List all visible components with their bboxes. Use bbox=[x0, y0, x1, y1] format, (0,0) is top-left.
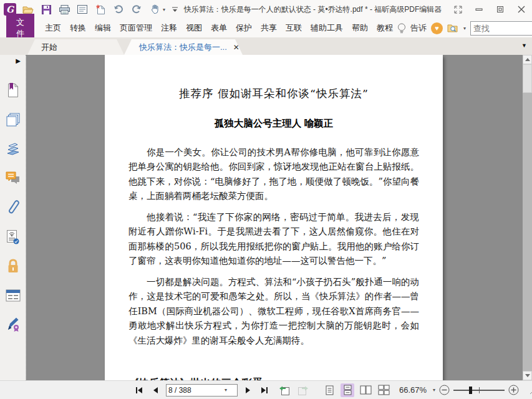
expand-panel-icon[interactable]: ▶ bbox=[16, 57, 21, 69]
print-icon[interactable] bbox=[58, 3, 70, 16]
vertical-scrollbar[interactable] bbox=[523, 55, 532, 380]
menu-connect[interactable]: 互联 bbox=[281, 19, 306, 37]
facing-view-button[interactable] bbox=[359, 383, 372, 397]
zoom-controls: 66.67% ▾ bbox=[399, 385, 532, 395]
navigation-sidebar: ▶ bbox=[0, 55, 26, 380]
page-layout-options bbox=[322, 383, 390, 397]
previous-view-button[interactable] bbox=[279, 385, 290, 396]
scrollbar-thumb[interactable] bbox=[523, 64, 532, 93]
paragraph: 他接着说：“我连了下你家的网络，密码过于简单。我进去后，发现附近有人蹭你Wi-F… bbox=[128, 210, 419, 269]
sidebar-icons bbox=[5, 82, 21, 333]
single-page-view-button[interactable] bbox=[322, 383, 336, 397]
tab-close-icon[interactable]: ✕ bbox=[233, 43, 239, 52]
last-page-button[interactable] bbox=[259, 385, 270, 396]
menu-accessibility[interactable]: 辅助工具 bbox=[306, 19, 347, 37]
menu-help[interactable]: 帮助 bbox=[347, 19, 372, 37]
paragraph: 你是一个美女。你让公司的技术男A帮你修电脑，他可靠到让你愿意把单身公寓的钥匙给他… bbox=[128, 145, 419, 204]
menu-tutorial[interactable]: 教程 bbox=[372, 19, 397, 37]
attachment-icon[interactable] bbox=[5, 200, 21, 216]
titlebar: G ▾ bbox=[0, 0, 532, 19]
tab-overflow-icon[interactable]: ▼ bbox=[521, 42, 527, 49]
tab-start-label: 开始 bbox=[41, 42, 57, 53]
scrollbar-track[interactable] bbox=[523, 93, 532, 371]
page-byline: 孤独大脑公号主理人 喻颖正 bbox=[128, 117, 419, 130]
menubar: 文件 主页 转换 编辑 页面管理 注释 视图 表单 保护 共享 互联 辅助工具 … bbox=[0, 19, 532, 37]
first-page-button[interactable] bbox=[133, 385, 145, 396]
restore-icon[interactable] bbox=[490, 1, 511, 18]
menu-comment[interactable]: 注释 bbox=[157, 19, 181, 37]
zoom-slider-thumb[interactable] bbox=[469, 387, 472, 394]
zoom-in-button[interactable] bbox=[508, 385, 519, 395]
save-icon[interactable] bbox=[40, 3, 52, 16]
menubar-right-tools: 告诉 ♥ ▾ ▾ bbox=[397, 21, 532, 36]
search-folder-icon[interactable] bbox=[447, 23, 459, 33]
tell-me-label[interactable]: 告诉 bbox=[410, 22, 427, 34]
menu-view[interactable]: 视图 bbox=[181, 19, 206, 37]
zoom-dropdown-icon[interactable]: ▾ bbox=[433, 387, 435, 393]
scroll-up-icon[interactable] bbox=[523, 55, 532, 64]
find-input[interactable] bbox=[473, 24, 532, 33]
resize-grip-icon[interactable] bbox=[528, 386, 532, 395]
page-navigation: ▾ bbox=[133, 384, 270, 397]
menu-edit[interactable]: 编辑 bbox=[90, 19, 115, 37]
zoom-level-label[interactable]: 66.67% bbox=[399, 385, 429, 395]
next-page-button[interactable] bbox=[243, 385, 254, 396]
security-lock-icon[interactable] bbox=[5, 258, 21, 274]
tab-document-label: 快乐算法：快乐是每一... bbox=[139, 42, 227, 53]
statusbar: ▾ bbox=[0, 380, 532, 399]
lightbulb-icon bbox=[397, 23, 406, 34]
document-view[interactable]: 推荐序 假如谢耳朵和你谈“快乐算法” 孤独大脑公号主理人 喻颖正 你是一个美女。… bbox=[26, 55, 523, 380]
form-fields-icon[interactable] bbox=[5, 287, 21, 304]
menu-home[interactable]: 主页 bbox=[41, 19, 65, 37]
mail-icon[interactable] bbox=[76, 3, 89, 16]
menu-items: 主页 转换 编辑 页面管理 注释 视图 表单 保护 共享 互联 辅助工具 帮助 … bbox=[41, 19, 397, 37]
tab-document[interactable]: 快乐算法：快乐是每一... ✕ bbox=[124, 39, 243, 55]
close-icon[interactable] bbox=[511, 1, 532, 18]
new-document-icon[interactable] bbox=[94, 3, 107, 16]
scroll-down-icon[interactable] bbox=[523, 371, 532, 380]
previous-page-button[interactable] bbox=[150, 385, 161, 396]
application-window: G ▾ bbox=[0, 0, 532, 399]
menu-share[interactable]: 共享 bbox=[256, 19, 281, 37]
page-body: 你是一个美女。你让公司的技术男A帮你修电脑，他可靠到让你愿意把单身公寓的钥匙给他… bbox=[128, 145, 419, 348]
zoom-slider-tick bbox=[479, 387, 480, 393]
continuous-view-button[interactable] bbox=[341, 383, 354, 397]
find-box bbox=[470, 21, 532, 36]
search-folder-dropdown-icon[interactable]: ▾ bbox=[463, 26, 466, 31]
menu-convert[interactable]: 转换 bbox=[65, 19, 90, 37]
menu-protect[interactable]: 保护 bbox=[231, 19, 256, 37]
hand-tool-dropdown-icon[interactable]: ▾ bbox=[163, 7, 165, 12]
next-view-button[interactable] bbox=[297, 385, 309, 396]
menu-form[interactable]: 表单 bbox=[206, 19, 231, 37]
comments-icon[interactable] bbox=[5, 170, 21, 186]
minimize-icon[interactable] bbox=[468, 1, 490, 18]
zoom-out-button[interactable] bbox=[439, 385, 450, 395]
zoom-slider[interactable] bbox=[453, 386, 505, 395]
window-controls bbox=[447, 1, 532, 18]
document-tabbar: 开始 快乐算法：快乐是每一... ✕ ▼ bbox=[0, 37, 532, 55]
continuous-facing-view-button[interactable] bbox=[377, 383, 390, 397]
page-title: 推荐序 假如谢耳朵和你谈“快乐算法” bbox=[128, 86, 419, 101]
hand-tool-icon[interactable] bbox=[148, 3, 161, 16]
customize-toolbar-icon[interactable] bbox=[171, 3, 178, 16]
main-area: ▶ bbox=[0, 55, 532, 380]
menu-organize[interactable]: 页面管理 bbox=[115, 19, 157, 37]
page-number-dropdown-icon[interactable]: ▾ bbox=[225, 387, 227, 393]
undo-icon[interactable] bbox=[112, 3, 125, 16]
bookmark-icon[interactable] bbox=[5, 82, 21, 99]
certificate-icon[interactable] bbox=[5, 229, 21, 245]
layers-icon[interactable] bbox=[5, 141, 21, 157]
page-number-input[interactable] bbox=[168, 386, 225, 395]
redo-icon[interactable] bbox=[130, 3, 143, 16]
page-thumbnails-icon[interactable] bbox=[5, 112, 21, 128]
section-heading: 《快乐算法》抛出的三个彩蛋 bbox=[128, 377, 419, 380]
view-history bbox=[279, 385, 309, 396]
paragraph: 一切都是解决问题。方程式、算法和“小孩子扔石头”般扑通一响的动作，这是技术宅的可… bbox=[128, 275, 419, 348]
digital-signature-icon[interactable] bbox=[5, 317, 21, 333]
page-number-field: ▾ bbox=[166, 384, 238, 397]
tab-start[interactable]: 开始 bbox=[27, 39, 124, 55]
pdf-page[interactable]: 推荐序 假如谢耳朵和你谈“快乐算法” 孤独大脑公号主理人 喻颖正 你是一个美女。… bbox=[105, 55, 443, 380]
window-title: 快乐算法：快乐是每一个人的默认状态 - 莫•乔达特.pdf * - 福昕高级PD… bbox=[178, 4, 447, 15]
layout-arrows-icon[interactable] bbox=[447, 1, 468, 18]
heart-icon[interactable]: ♥ bbox=[431, 22, 443, 34]
